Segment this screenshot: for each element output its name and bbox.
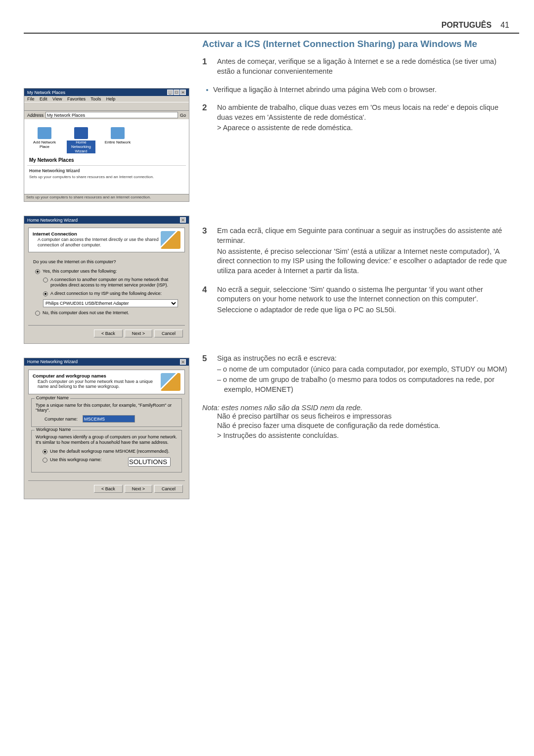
device-select[interactable]: Philips CPWUE001 USB/Ethernet Adapter <box>43 299 178 307</box>
next-button[interactable]: Next > <box>125 485 152 493</box>
group-computer-name: Computer Name Type a unique name for thi… <box>31 398 182 427</box>
window-titlebar: Home Networking Wizard × <box>24 216 189 224</box>
screenshot-wizard-internet: Home Networking Wizard × Internet Connec… <box>24 216 189 344</box>
computer-name-label: Computer name: <box>44 417 78 422</box>
radio-icon <box>43 278 48 283</box>
wizard-icon <box>161 231 180 249</box>
menu-bar: File Edit View Favorites Tools Help <box>24 96 189 102</box>
next-button[interactable]: Next > <box>125 330 152 337</box>
group-desc: Workgroup names identify a group of comp… <box>36 434 178 445</box>
radio-default-workgroup[interactable]: Use the default workgroup name MSHOME (r… <box>36 447 178 456</box>
address-label: Address <box>27 113 44 118</box>
window-title: My Network Places <box>27 90 65 95</box>
step-number: 3 <box>202 225 210 277</box>
bullet-icon <box>206 89 208 91</box>
computer-icon <box>74 127 88 139</box>
step-number: 2 <box>202 102 210 134</box>
page-number: 41 <box>500 21 509 29</box>
network-icon <box>111 127 125 139</box>
radio-no[interactable]: No, this computer does not use the Inter… <box>28 309 185 317</box>
section-title: Activar a ICS (Internet Connection Shari… <box>202 39 509 50</box>
selected-item-desc: Sets up your computers to share resource… <box>27 174 186 184</box>
back-button[interactable]: < Back <box>94 485 123 493</box>
radio-icon <box>35 311 40 316</box>
radio-custom-workgroup[interactable]: Use this workgroup name: <box>36 456 178 468</box>
cancel-button[interactable]: Cancel <box>154 330 183 337</box>
step-5: 5 Siga as instruções no ecrã e escreva: … <box>202 354 509 396</box>
wizard-subheading: A computer can access the Internet direc… <box>33 237 159 248</box>
radio-icon <box>35 269 40 274</box>
computer-name-input[interactable] <box>83 415 135 423</box>
cancel-button[interactable]: Cancel <box>154 485 183 493</box>
menu-favorites[interactable]: Favorites <box>67 96 86 101</box>
window-title: Home Networking Wizard <box>27 359 78 364</box>
toolbar <box>24 102 189 111</box>
close-icon[interactable]: × <box>180 90 186 95</box>
group-desc: Type a unique name for this computer, fo… <box>36 403 178 414</box>
address-input[interactable] <box>45 112 178 118</box>
note-line: > Instruções do assistente concluídas. <box>202 431 509 441</box>
close-icon[interactable]: × <box>180 217 186 223</box>
icon-entire-network[interactable]: Entire Network <box>103 127 132 153</box>
wizard-heading: Computer and workgroup names <box>33 373 159 378</box>
address-bar: Address Go <box>24 111 189 119</box>
step-2: 2 No ambiente de trabalho, clique duas v… <box>202 103 509 134</box>
radio-icon <box>43 449 47 454</box>
back-button[interactable]: < Back <box>94 330 123 337</box>
screenshot-wizard-names: Home Networking Wizard × Computer and wo… <box>24 358 189 499</box>
header-rule <box>24 33 519 34</box>
menu-help[interactable]: Help <box>106 96 116 101</box>
window-titlebar: Home Networking Wizard × <box>24 358 189 366</box>
minimize-icon[interactable]: _ <box>167 90 173 95</box>
screenshot-my-network-places: My Network Places _ □ × File Edit View F… <box>24 88 189 202</box>
radio-yes[interactable]: Yes, this computer uses the following: <box>28 267 185 276</box>
pane-title: My Network Places <box>27 156 186 164</box>
radio-shared-conn[interactable]: A connection to another computer on my h… <box>28 276 185 289</box>
radio-direct-conn[interactable]: A direct connection to my ISP using the … <box>28 289 185 298</box>
wizard-header: Internet Connection A computer can acces… <box>28 228 185 252</box>
window-titlebar: My Network Places _ □ × <box>24 89 189 96</box>
wizard-icon <box>161 373 180 391</box>
note-line: Não é preciso partilhar os seus ficheiro… <box>202 412 509 422</box>
maximize-icon[interactable]: □ <box>174 90 179 95</box>
globe-icon <box>38 127 51 139</box>
wizard-subheading: Each computer on your home network must … <box>33 379 159 390</box>
wizard-heading: Internet Connection <box>33 231 159 236</box>
wizard-question: Do you use the Internet on this computer… <box>28 256 185 267</box>
note-line: Não é preciso fazer uma disquete de conf… <box>202 421 509 431</box>
icon-add-network-place[interactable]: Add Network Place <box>30 127 59 153</box>
menu-edit[interactable]: Edit <box>40 96 47 101</box>
menu-file[interactable]: File <box>27 96 35 101</box>
icon-home-networking-wizard[interactable]: Home Networking Wizard <box>67 127 95 153</box>
status-bar: Sets up your computers to share resource… <box>24 194 189 201</box>
step-3: 3 Em cada ecrã, clique em Seguinte para … <box>202 226 509 277</box>
group-label: Computer Name <box>35 395 70 400</box>
radio-icon <box>43 458 47 463</box>
menu-tools[interactable]: Tools <box>90 96 101 101</box>
step-number: 1 <box>202 56 210 77</box>
selected-item-name: Home Networking Wizard <box>27 167 186 174</box>
menu-view[interactable]: View <box>52 96 62 101</box>
workgroup-name-input[interactable] <box>128 457 171 467</box>
language-label: PORTUGUÊS <box>442 21 491 29</box>
wizard-header: Computer and workgroup names Each comput… <box>28 370 185 394</box>
step-number: 4 <box>202 284 210 316</box>
window-title: Home Networking Wizard <box>27 218 78 223</box>
bullet-item: Verifique a ligação à Internet abrindo u… <box>202 85 509 95</box>
page-header: PORTUGUÊS41 <box>24 21 519 30</box>
close-icon[interactable]: × <box>180 359 186 365</box>
step-number: 5 <box>202 353 210 396</box>
step-4: 4 No ecrã a seguir, seleccione 'Sim' qua… <box>202 285 509 316</box>
group-workgroup-name: Workgroup Name Workgroup names identify … <box>31 430 182 472</box>
note: Nota: estes nomes não são da SSID nem da… <box>202 404 509 412</box>
radio-icon <box>43 291 48 296</box>
group-label: Workgroup Name <box>35 427 72 432</box>
step-1: 1 Antes de começar, verifique se a ligaç… <box>202 57 509 77</box>
go-button[interactable]: Go <box>180 113 186 118</box>
